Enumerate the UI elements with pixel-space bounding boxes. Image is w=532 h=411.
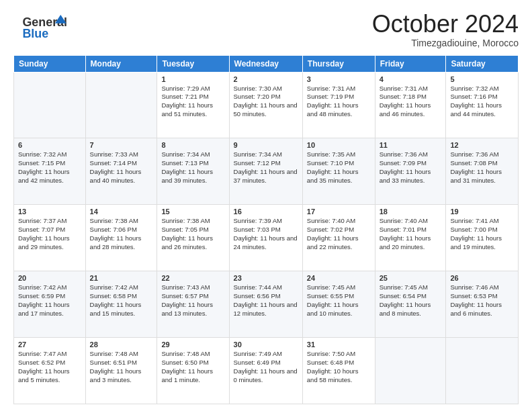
day-info: Sunrise: 7:34 AM Sunset: 7:12 PM Dayligh… [234, 150, 298, 185]
month-title: October 2024 [372, 11, 519, 38]
header: General Blue October 2024 Timezgadiouine… [13, 11, 519, 48]
calendar-cell: 9Sunrise: 7:34 AM Sunset: 7:12 PM Daylig… [229, 138, 302, 205]
day-info: Sunrise: 7:40 AM Sunset: 7:01 PM Dayligh… [380, 217, 442, 251]
calendar-cell: 1Sunrise: 7:29 AM Sunset: 7:21 PM Daylig… [157, 72, 229, 138]
calendar-cell [446, 338, 519, 404]
calendar-cell: 7Sunrise: 7:33 AM Sunset: 7:14 PM Daylig… [85, 138, 157, 205]
calendar: SundayMondayTuesdayWednesdayThursdayFrid… [13, 55, 519, 404]
calendar-cell: 11Sunrise: 7:36 AM Sunset: 7:09 PM Dayli… [375, 138, 446, 205]
day-header-sunday: Sunday [14, 55, 86, 72]
day-number: 18 [380, 208, 442, 216]
day-number: 29 [161, 340, 224, 349]
day-info: Sunrise: 7:32 AM Sunset: 7:15 PM Dayligh… [18, 150, 81, 185]
day-info: Sunrise: 7:31 AM Sunset: 7:18 PM Dayligh… [380, 85, 442, 119]
calendar-cell: 18Sunrise: 7:40 AM Sunset: 7:01 PM Dayli… [375, 205, 446, 271]
day-info: Sunrise: 7:48 AM Sunset: 6:51 PM Dayligh… [90, 350, 153, 384]
calendar-cell: 19Sunrise: 7:41 AM Sunset: 7:00 PM Dayli… [446, 205, 519, 271]
day-info: Sunrise: 7:42 AM Sunset: 6:58 PM Dayligh… [90, 283, 153, 318]
day-info: Sunrise: 7:44 AM Sunset: 6:56 PM Dayligh… [234, 283, 298, 318]
day-number: 15 [161, 208, 224, 216]
page: General Blue October 2024 Timezgadiouine… [0, 0, 532, 411]
calendar-cell: 22Sunrise: 7:43 AM Sunset: 6:57 PM Dayli… [157, 271, 229, 338]
day-number: 20 [18, 274, 81, 282]
day-info: Sunrise: 7:47 AM Sunset: 6:52 PM Dayligh… [18, 350, 81, 384]
day-info: Sunrise: 7:43 AM Sunset: 6:57 PM Dayligh… [161, 283, 224, 318]
calendar-cell: 29Sunrise: 7:48 AM Sunset: 6:50 PM Dayli… [157, 338, 229, 404]
day-number: 28 [90, 340, 153, 349]
day-number: 17 [307, 208, 371, 216]
day-info: Sunrise: 7:42 AM Sunset: 6:59 PM Dayligh… [18, 283, 81, 318]
calendar-cell: 6Sunrise: 7:32 AM Sunset: 7:15 PM Daylig… [14, 138, 86, 205]
calendar-cell: 12Sunrise: 7:36 AM Sunset: 7:08 PM Dayli… [446, 138, 519, 205]
subtitle: Timezgadiouine, Morocco [372, 38, 519, 48]
day-info: Sunrise: 7:46 AM Sunset: 6:53 PM Dayligh… [450, 283, 514, 318]
logo-icon: General Blue [13, 13, 74, 40]
week-row-2: 6Sunrise: 7:32 AM Sunset: 7:15 PM Daylig… [14, 138, 519, 205]
day-number: 16 [234, 208, 298, 216]
calendar-cell: 15Sunrise: 7:38 AM Sunset: 7:05 PM Dayli… [157, 205, 229, 271]
day-number: 2 [234, 75, 298, 83]
day-number: 10 [307, 141, 371, 149]
calendar-cell [375, 338, 446, 404]
day-header-saturday: Saturday [446, 55, 519, 72]
day-number: 22 [161, 274, 224, 282]
day-info: Sunrise: 7:36 AM Sunset: 7:08 PM Dayligh… [450, 150, 514, 185]
week-row-4: 20Sunrise: 7:42 AM Sunset: 6:59 PM Dayli… [14, 271, 519, 338]
day-number: 30 [234, 340, 298, 349]
calendar-cell: 24Sunrise: 7:45 AM Sunset: 6:55 PM Dayli… [302, 271, 375, 338]
day-info: Sunrise: 7:34 AM Sunset: 7:13 PM Dayligh… [161, 150, 224, 185]
day-info: Sunrise: 7:36 AM Sunset: 7:09 PM Dayligh… [380, 150, 442, 185]
calendar-cell [85, 72, 157, 138]
day-info: Sunrise: 7:37 AM Sunset: 7:07 PM Dayligh… [18, 217, 81, 251]
week-row-3: 13Sunrise: 7:37 AM Sunset: 7:07 PM Dayli… [14, 205, 519, 271]
day-info: Sunrise: 7:41 AM Sunset: 7:00 PM Dayligh… [450, 217, 514, 251]
day-info: Sunrise: 7:45 AM Sunset: 6:55 PM Dayligh… [307, 283, 371, 318]
day-info: Sunrise: 7:45 AM Sunset: 6:54 PM Dayligh… [380, 283, 442, 318]
day-header-wednesday: Wednesday [229, 55, 302, 72]
calendar-cell: 25Sunrise: 7:45 AM Sunset: 6:54 PM Dayli… [375, 271, 446, 338]
calendar-cell: 4Sunrise: 7:31 AM Sunset: 7:18 PM Daylig… [375, 72, 446, 138]
week-row-1: 1Sunrise: 7:29 AM Sunset: 7:21 PM Daylig… [14, 72, 519, 138]
day-info: Sunrise: 7:33 AM Sunset: 7:14 PM Dayligh… [90, 150, 153, 185]
day-info: Sunrise: 7:29 AM Sunset: 7:21 PM Dayligh… [161, 85, 224, 119]
day-number: 4 [380, 75, 442, 83]
day-number: 27 [18, 340, 81, 349]
calendar-cell: 20Sunrise: 7:42 AM Sunset: 6:59 PM Dayli… [14, 271, 86, 338]
day-number: 9 [234, 141, 298, 149]
day-info: Sunrise: 7:40 AM Sunset: 7:02 PM Dayligh… [307, 217, 371, 251]
calendar-cell: 13Sunrise: 7:37 AM Sunset: 7:07 PM Dayli… [14, 205, 86, 271]
calendar-cell: 3Sunrise: 7:31 AM Sunset: 7:19 PM Daylig… [302, 72, 375, 138]
calendar-cell: 17Sunrise: 7:40 AM Sunset: 7:02 PM Dayli… [302, 205, 375, 271]
day-number: 7 [90, 141, 153, 149]
day-number: 24 [307, 274, 371, 282]
day-info: Sunrise: 7:30 AM Sunset: 7:20 PM Dayligh… [234, 85, 298, 119]
week-row-5: 27Sunrise: 7:47 AM Sunset: 6:52 PM Dayli… [14, 338, 519, 404]
day-info: Sunrise: 7:48 AM Sunset: 6:50 PM Dayligh… [161, 350, 224, 384]
day-info: Sunrise: 7:39 AM Sunset: 7:03 PM Dayligh… [234, 217, 298, 251]
calendar-cell: 14Sunrise: 7:38 AM Sunset: 7:06 PM Dayli… [85, 205, 157, 271]
calendar-cell: 28Sunrise: 7:48 AM Sunset: 6:51 PM Dayli… [85, 338, 157, 404]
day-header-friday: Friday [375, 55, 446, 72]
day-number: 31 [307, 340, 371, 349]
calendar-cell: 31Sunrise: 7:50 AM Sunset: 6:48 PM Dayli… [302, 338, 375, 404]
day-header-thursday: Thursday [302, 55, 375, 72]
day-info: Sunrise: 7:32 AM Sunset: 7:16 PM Dayligh… [450, 85, 514, 119]
day-number: 12 [450, 141, 514, 149]
calendar-cell: 2Sunrise: 7:30 AM Sunset: 7:20 PM Daylig… [229, 72, 302, 138]
title-block: October 2024 Timezgadiouine, Morocco [372, 11, 519, 48]
calendar-cell: 21Sunrise: 7:42 AM Sunset: 6:58 PM Dayli… [85, 271, 157, 338]
day-number: 14 [90, 208, 153, 216]
calendar-cell: 30Sunrise: 7:49 AM Sunset: 6:49 PM Dayli… [229, 338, 302, 404]
day-number: 3 [307, 75, 371, 83]
day-number: 5 [450, 75, 514, 83]
svg-text:Blue: Blue [22, 27, 48, 40]
day-number: 23 [234, 274, 298, 282]
day-number: 25 [380, 274, 442, 282]
day-info: Sunrise: 7:31 AM Sunset: 7:19 PM Dayligh… [307, 85, 371, 119]
day-number: 8 [161, 141, 224, 149]
day-info: Sunrise: 7:35 AM Sunset: 7:10 PM Dayligh… [307, 150, 371, 185]
calendar-table: SundayMondayTuesdayWednesdayThursdayFrid… [13, 55, 519, 404]
days-header-row: SundayMondayTuesdayWednesdayThursdayFrid… [14, 55, 519, 72]
calendar-cell: 26Sunrise: 7:46 AM Sunset: 6:53 PM Dayli… [446, 271, 519, 338]
day-header-tuesday: Tuesday [157, 55, 229, 72]
